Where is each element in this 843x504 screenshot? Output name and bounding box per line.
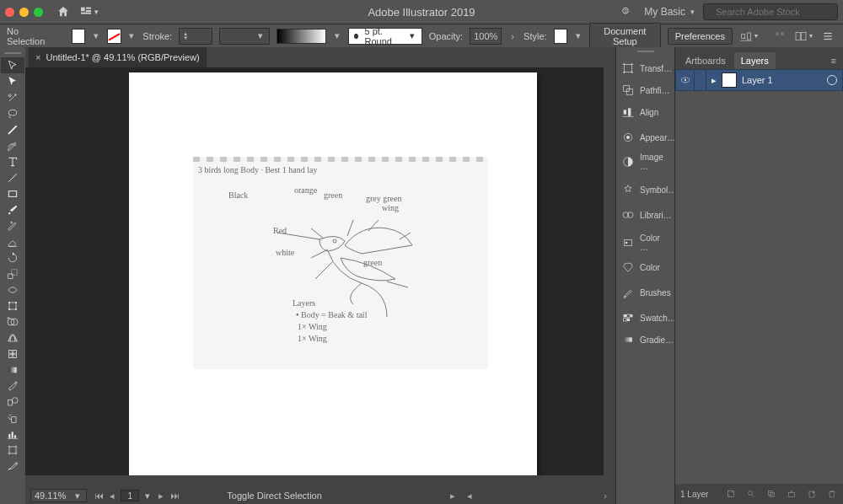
edit-toolbar-icon[interactable] xyxy=(771,28,788,45)
lasso-tool[interactable] xyxy=(1,105,24,121)
dock-swatches[interactable]: Swatch… xyxy=(616,307,674,329)
style-swatch[interactable] xyxy=(554,29,568,44)
first-artboard-button[interactable]: ⏮ xyxy=(94,491,104,501)
prev-artboard-button[interactable]: ◂ xyxy=(107,491,117,501)
dock-gradient[interactable]: Gradie… xyxy=(616,329,674,351)
varwidth-dropdown[interactable] xyxy=(219,28,270,45)
brush-preview[interactable] xyxy=(277,29,326,44)
search-layer-icon[interactable] xyxy=(745,488,757,500)
blend-tool[interactable] xyxy=(1,394,24,410)
column-graph-tool[interactable] xyxy=(1,426,24,442)
line-tool[interactable] xyxy=(1,169,24,185)
close-window-button[interactable] xyxy=(5,8,14,17)
scale-tool[interactable] xyxy=(1,265,24,281)
preferences-button[interactable]: Preferences xyxy=(668,28,733,45)
dock-colorguide[interactable]: Color … xyxy=(616,229,674,256)
horizontal-scrollbar[interactable] xyxy=(25,475,615,487)
discover-button[interactable] xyxy=(615,3,636,20)
stroke-dropdown[interactable] xyxy=(128,30,137,41)
new-sublayer-icon[interactable] xyxy=(786,488,797,500)
scroll-left-button[interactable]: ▸ xyxy=(448,491,458,501)
delete-layer-icon[interactable] xyxy=(826,488,838,500)
lock-toggle[interactable] xyxy=(695,70,706,90)
tools-grip[interactable] xyxy=(4,49,21,57)
rotate-tool[interactable] xyxy=(1,249,24,265)
stroke-weight-field[interactable]: ▲▼ xyxy=(179,28,212,45)
minimize-window-button[interactable] xyxy=(19,8,29,17)
panel-menu-icon[interactable]: ≡ xyxy=(824,52,843,69)
mesh-tool[interactable] xyxy=(1,346,24,362)
essentials-icon[interactable] xyxy=(794,28,813,45)
opacity-more[interactable]: › xyxy=(508,31,517,41)
scroll-right-button[interactable]: ◂ xyxy=(464,491,475,501)
dock-symbols[interactable]: Symbol… xyxy=(616,179,674,201)
visibility-toggle[interactable] xyxy=(676,70,695,90)
zoom-window-button[interactable] xyxy=(34,8,43,17)
placed-image[interactable]: 3 birds long Body · Best 1 hand lay Blac… xyxy=(193,157,488,369)
arrange-documents-button[interactable] xyxy=(78,3,99,20)
free-transform-tool[interactable] xyxy=(1,298,24,314)
slice-tool[interactable] xyxy=(1,458,24,474)
width-tool[interactable] xyxy=(1,281,24,298)
zoom-dropdown[interactable]: 49.11% xyxy=(30,489,87,502)
canvas[interactable]: 3 birds long Body · Best 1 hand lay Blac… xyxy=(25,67,615,487)
tab-layers[interactable]: Layers xyxy=(734,52,776,69)
artboard-index-dropdown[interactable] xyxy=(142,491,153,501)
gradient-tool[interactable] xyxy=(1,362,24,378)
dock-color[interactable]: Color xyxy=(616,256,674,278)
close-tab-icon[interactable]: × xyxy=(35,52,40,62)
dock-align[interactable]: Align xyxy=(616,101,674,123)
curvature-tool[interactable] xyxy=(1,137,24,153)
new-layer-icon[interactable] xyxy=(806,488,818,500)
brush-def-dropdown[interactable]: 5 pt. Round xyxy=(348,28,422,45)
artboard-index-field[interactable] xyxy=(121,490,139,501)
align-to-dropdown[interactable] xyxy=(739,28,758,45)
stock-search[interactable] xyxy=(703,3,838,20)
eraser-tool[interactable] xyxy=(1,233,24,249)
layer-name[interactable]: Layer 1 xyxy=(742,75,773,85)
workspace-switcher[interactable]: My Basic xyxy=(644,6,695,18)
artboard-tool[interactable] xyxy=(1,442,24,458)
dock-brushes[interactable]: Brushes xyxy=(616,281,674,303)
target-icon[interactable] xyxy=(827,75,837,85)
dock-transform[interactable]: Transf… xyxy=(616,57,674,79)
fill-swatch[interactable] xyxy=(72,29,86,44)
home-button[interactable] xyxy=(53,3,73,20)
stroke-swatch[interactable] xyxy=(107,29,121,44)
dock-grip[interactable] xyxy=(616,47,674,56)
perspective-grid-tool[interactable] xyxy=(1,330,24,346)
next-artboard-button[interactable]: ▸ xyxy=(156,491,166,501)
paintbrush-tool[interactable] xyxy=(1,201,24,217)
svg-rect-42 xyxy=(624,64,631,72)
pen-tool[interactable] xyxy=(1,121,24,137)
clip-mask-icon[interactable] xyxy=(765,488,777,500)
fill-dropdown[interactable] xyxy=(92,30,100,41)
shape-builder-tool[interactable] xyxy=(1,314,24,330)
layer-row[interactable]: Layer 1 xyxy=(675,69,843,91)
last-artboard-button[interactable]: ⏭ xyxy=(169,491,180,501)
direct-selection-tool[interactable] xyxy=(1,73,24,89)
dock-appearance[interactable]: Appear… xyxy=(616,126,674,148)
document-setup-button[interactable]: Document Setup xyxy=(589,23,661,50)
shaper-tool[interactable] xyxy=(1,217,24,233)
dock-imagetrace[interactable]: Image … xyxy=(616,148,674,175)
opacity-field[interactable]: 100% xyxy=(470,28,502,45)
vertical-scrollbar[interactable] xyxy=(604,67,615,475)
style-dropdown[interactable] xyxy=(574,30,583,41)
document-tab[interactable]: × Untitled-1* @ 49.11% (RGB/Preview) xyxy=(29,47,207,67)
stock-search-input[interactable] xyxy=(716,7,832,17)
dock-pathfinder[interactable]: Pathfi… xyxy=(616,79,674,101)
type-tool[interactable] xyxy=(1,153,24,169)
selection-tool[interactable] xyxy=(1,57,24,73)
magic-wand-tool[interactable] xyxy=(1,89,24,105)
symbol-sprayer-tool[interactable] xyxy=(1,410,24,426)
disclosure-icon[interactable] xyxy=(706,75,722,86)
scroll-end-button[interactable]: › xyxy=(600,491,610,501)
brush-preview-dropdown[interactable] xyxy=(333,30,341,41)
eyedropper-tool[interactable] xyxy=(1,378,24,394)
locate-object-icon[interactable] xyxy=(725,488,737,500)
rectangle-tool[interactable] xyxy=(1,185,24,201)
tab-artboards[interactable]: Artboards xyxy=(679,52,733,69)
list-icon[interactable] xyxy=(819,28,836,45)
dock-libraries[interactable]: Librari… xyxy=(616,204,674,226)
